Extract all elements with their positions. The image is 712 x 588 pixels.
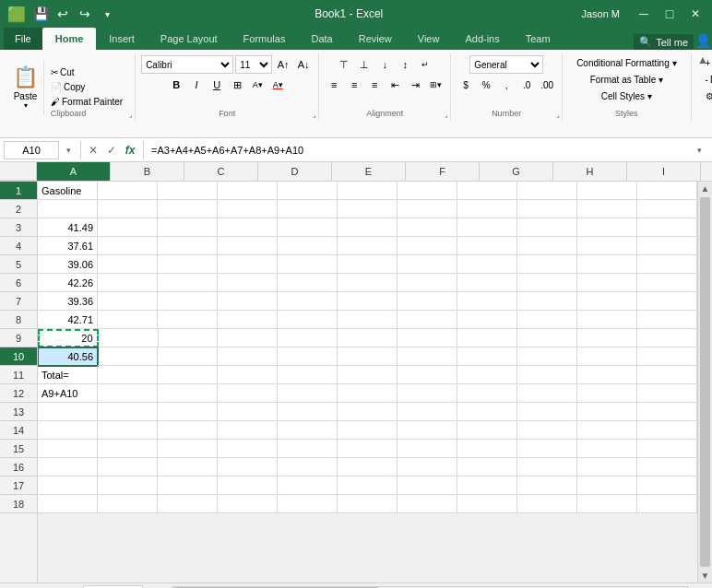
increase-font-size-button[interactable]: A↑ [274, 55, 292, 74]
confirm-formula-button[interactable]: ✓ [102, 141, 121, 159]
row-num-16[interactable]: 16 [0, 458, 37, 476]
cell-g4[interactable] [398, 237, 457, 255]
cell-b6[interactable] [98, 274, 158, 292]
cell-e17[interactable] [278, 476, 338, 495]
cell-g3[interactable] [398, 218, 457, 237]
cell-b7[interactable] [98, 292, 158, 311]
cell-k1[interactable] [637, 182, 697, 200]
cell-k2[interactable] [637, 200, 697, 218]
row-num-10[interactable]: 10 [0, 347, 37, 366]
cell-f8[interactable] [338, 311, 398, 329]
tab-add-ins[interactable]: Add-ins [452, 28, 512, 50]
tab-file[interactable]: File [4, 28, 42, 50]
row-num-1[interactable]: 1 [0, 182, 37, 200]
cell-j13[interactable] [577, 403, 637, 421]
cell-j14[interactable] [577, 421, 637, 440]
tab-team[interactable]: Team [513, 28, 564, 50]
cell-c8[interactable] [158, 311, 218, 329]
merge-cells-button[interactable]: ⊞▾ [426, 76, 445, 94]
cell-e5[interactable] [278, 255, 338, 274]
cell-k3[interactable] [637, 218, 697, 237]
cell-d11[interactable] [218, 366, 278, 384]
cell-h5[interactable] [457, 255, 517, 274]
cell-e1[interactable] [278, 182, 338, 200]
cell-a16[interactable] [38, 458, 98, 476]
cell-j10[interactable] [577, 347, 637, 366]
tab-page-layout[interactable]: Page Layout [148, 28, 231, 50]
cell-d7[interactable] [218, 292, 278, 311]
cell-k13[interactable] [637, 403, 697, 421]
cell-j18[interactable] [577, 495, 637, 513]
col-header-b[interactable]: B [111, 162, 184, 181]
cell-b13[interactable] [98, 403, 158, 421]
cell-d16[interactable] [218, 458, 278, 476]
align-center-button[interactable]: ≡ [345, 76, 363, 94]
cell-f9[interactable] [338, 329, 398, 347]
align-middle-button[interactable]: ⊥ [355, 55, 374, 74]
cell-j1[interactable] [577, 182, 637, 200]
cell-j2[interactable] [577, 200, 637, 218]
cell-k18[interactable] [637, 495, 697, 513]
cell-f18[interactable] [338, 495, 398, 513]
cell-b9[interactable] [99, 329, 159, 347]
cell-k15[interactable] [637, 440, 697, 458]
cell-i2[interactable] [517, 200, 577, 218]
cell-d15[interactable] [218, 440, 278, 458]
cell-a3[interactable]: 41.49 [38, 218, 98, 237]
tab-formulas[interactable]: Formulas [231, 28, 299, 50]
percent-button[interactable]: % [477, 76, 495, 94]
cell-j16[interactable] [577, 458, 637, 476]
cell-i12[interactable] [517, 384, 577, 403]
fill-color-button[interactable]: A▾ [248, 76, 267, 94]
tell-me-search[interactable]: 🔍 Tell me [634, 34, 694, 50]
row-num-13[interactable]: 13 [0, 403, 37, 421]
cell-a9[interactable]: 20 [38, 329, 99, 347]
cell-j9[interactable] [577, 329, 637, 347]
font-size-select[interactable]: 11 [235, 55, 272, 74]
cell-b4[interactable] [98, 237, 158, 255]
cell-i10[interactable] [517, 347, 577, 366]
row-num-12[interactable]: 12 [0, 384, 37, 403]
cell-h4[interactable] [457, 237, 517, 255]
cell-g14[interactable] [398, 421, 457, 440]
cell-c12[interactable] [158, 384, 218, 403]
cell-a5[interactable]: 39.06 [38, 255, 98, 274]
cell-i16[interactable] [517, 458, 577, 476]
minimize-button[interactable]: ─ [635, 5, 653, 23]
cell-f5[interactable] [338, 255, 398, 274]
redo-button[interactable]: ↪ [76, 5, 94, 23]
cell-e16[interactable] [278, 458, 338, 476]
font-name-select[interactable]: Calibri [141, 55, 233, 74]
cell-styles-button[interactable]: Cell Styles ▾ [568, 88, 684, 104]
cell-e11[interactable] [278, 366, 338, 384]
customize-quick-access-button[interactable]: ▾ [98, 5, 116, 23]
cell-j17[interactable] [577, 476, 637, 495]
cell-a6[interactable]: 42.26 [38, 274, 98, 292]
cell-i1[interactable] [517, 182, 577, 200]
cell-d12[interactable] [218, 384, 278, 403]
cell-h7[interactable] [457, 292, 517, 311]
cell-d13[interactable] [218, 403, 278, 421]
cell-b11[interactable] [98, 366, 158, 384]
cell-e14[interactable] [278, 421, 338, 440]
cell-e2[interactable] [278, 200, 338, 218]
cell-b10[interactable] [98, 347, 158, 366]
cell-e12[interactable] [278, 384, 338, 403]
cell-c15[interactable] [158, 440, 218, 458]
cell-f10[interactable] [338, 347, 398, 366]
cell-g13[interactable] [398, 403, 457, 421]
cell-d18[interactable] [218, 495, 278, 513]
scroll-down-button[interactable]: ▼ [698, 569, 712, 582]
row-num-2[interactable]: 2 [0, 200, 37, 218]
italic-button[interactable]: I [187, 76, 206, 94]
cell-j6[interactable] [577, 274, 637, 292]
cell-c17[interactable] [158, 476, 218, 495]
cell-h12[interactable] [457, 384, 517, 403]
tab-data[interactable]: Data [298, 28, 345, 50]
scroll-thumb[interactable] [700, 197, 710, 567]
row-num-3[interactable]: 3 [0, 218, 37, 237]
cell-reference-input[interactable]: A10 [4, 141, 59, 159]
font-color-button[interactable]: A▾ [268, 76, 287, 94]
cell-f15[interactable] [338, 440, 398, 458]
cell-a4[interactable]: 37.61 [38, 237, 98, 255]
